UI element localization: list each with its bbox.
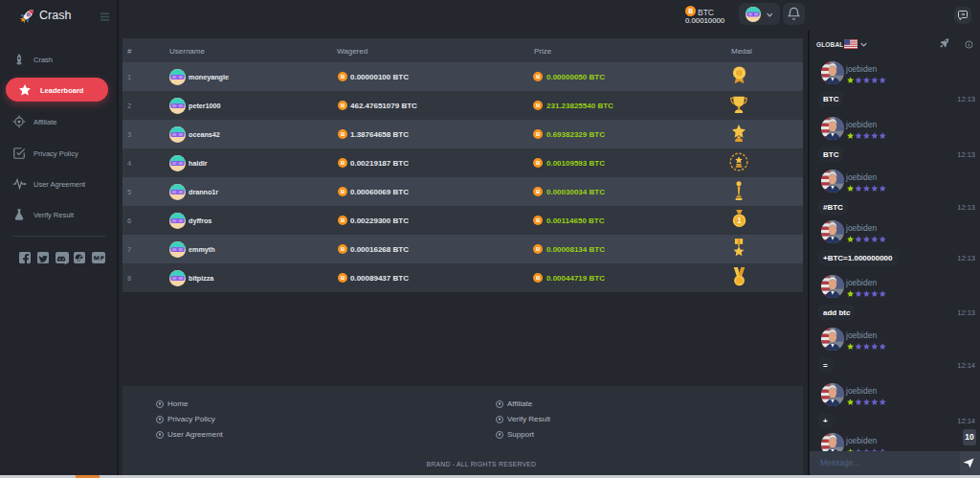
svg-text:B: B xyxy=(341,131,345,137)
svg-text:B: B xyxy=(536,102,541,108)
svg-text:B: B xyxy=(536,189,541,194)
svg-text:B: B xyxy=(341,246,345,252)
svg-text:B: B xyxy=(536,74,541,80)
svg-text:B: B xyxy=(536,131,541,137)
svg-text:B: B xyxy=(536,160,541,166)
svg-text:B: B xyxy=(536,275,541,281)
svg-text:B: B xyxy=(688,8,693,14)
svg-text:B: B xyxy=(341,74,345,80)
svg-text:B: B xyxy=(536,246,541,252)
svg-text:1: 1 xyxy=(737,216,742,225)
svg-text:B: B xyxy=(341,275,345,281)
svg-text:B: B xyxy=(341,160,345,166)
svg-text:B: B xyxy=(341,189,345,194)
svg-text:B: B xyxy=(536,217,541,223)
svg-text:B: B xyxy=(341,102,345,108)
svg-text:B: B xyxy=(341,217,345,223)
